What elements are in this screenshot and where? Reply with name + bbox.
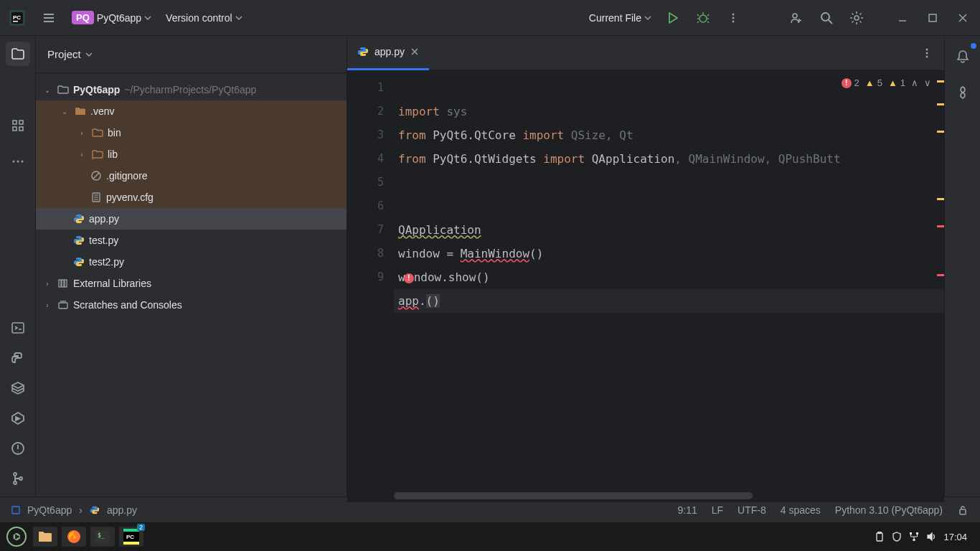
marker[interactable] (937, 198, 944, 200)
tree-external-libraries[interactable]: › External Libraries (36, 273, 347, 294)
line-number: 3 (347, 123, 384, 147)
taskbar-pycharm[interactable]: PC 2 (119, 527, 143, 547)
tree-item-label: app.py (89, 213, 119, 225)
inspection-bar[interactable]: !2 ▲5 ▲1 ∧ ∨ (842, 77, 931, 88)
line-number: 8 (347, 242, 384, 265)
marker[interactable] (937, 274, 944, 276)
workspace: Project ⌄ PyQt6app ~/PycharmProjects/PyQ… (0, 36, 980, 496)
prev-highlight-icon[interactable]: ∧ (911, 77, 918, 88)
debug-button[interactable] (690, 5, 716, 31)
project-tool-button[interactable] (6, 42, 30, 66)
python-file-icon (73, 213, 85, 225)
marker[interactable] (937, 80, 944, 83)
vcs-tool-button[interactable] (6, 466, 30, 491)
run-config-selector[interactable]: Current File (585, 9, 656, 27)
python-file-icon (90, 505, 100, 515)
python-console-tool-button[interactable] (6, 346, 30, 370)
pycharm-logo-icon[interactable]: PC (4, 5, 30, 31)
code-with-me-icon[interactable] (783, 5, 809, 31)
chevron-down-icon[interactable] (85, 51, 93, 58)
more-tools-icon[interactable] (6, 149, 30, 174)
status-position[interactable]: 9:11 (677, 504, 697, 516)
next-highlight-icon[interactable]: ∨ (924, 77, 931, 88)
settings-icon[interactable] (844, 5, 870, 31)
tree-lib[interactable]: › lib (36, 143, 347, 165)
status-line-separator[interactable]: LF (712, 504, 723, 516)
tree-root[interactable]: ⌄ PyQt6app ~/PycharmProjects/PyQt6app (36, 79, 347, 100)
window-maximize-button[interactable] (920, 5, 946, 31)
notifications-button[interactable] (951, 44, 975, 69)
svg-rect-13 (19, 121, 23, 124)
tree-venv[interactable]: ⌄ .venv (36, 100, 347, 122)
marker[interactable] (937, 103, 944, 105)
horizontal-scrollbar[interactable] (394, 492, 753, 499)
taskbar-firefox[interactable] (62, 527, 86, 547)
more-actions-icon[interactable] (720, 5, 746, 31)
gutter: 1 2 3 4 5 6 7 8 9 (347, 70, 394, 502)
run-button[interactable] (660, 5, 686, 31)
tree-item-label: .venv (90, 105, 114, 117)
code-content[interactable]: import sys from PyQt6.QtCore import QSiz… (394, 70, 944, 502)
tree-item-label: lib (108, 149, 118, 160)
readonly-lock-icon[interactable] (957, 504, 969, 516)
close-icon[interactable] (410, 47, 419, 56)
project-selector[interactable]: PQ PyQt6app (67, 8, 156, 27)
taskbar-files[interactable] (33, 527, 57, 547)
tree-app[interactable]: app.py (36, 208, 347, 230)
svg-rect-29 (59, 303, 67, 309)
main-menu-icon[interactable] (36, 5, 62, 31)
os-taskbar: ⌬ $_ PC 2 17:04 (0, 522, 980, 551)
tree-item-label: pyvenv.cfg (106, 192, 154, 203)
tree-test[interactable]: test.py (36, 230, 347, 251)
svg-point-30 (926, 48, 928, 50)
tree-bin[interactable]: › bin (36, 122, 347, 143)
svg-rect-11 (929, 14, 936, 22)
svg-point-17 (17, 161, 19, 163)
clipboard-icon[interactable] (875, 532, 885, 542)
search-everywhere-icon[interactable] (814, 5, 839, 31)
svg-point-16 (12, 161, 14, 163)
marker[interactable] (937, 131, 944, 133)
python-packages-tool-button[interactable] (6, 376, 30, 400)
status-indent[interactable]: 4 spaces (781, 504, 821, 516)
editor-tabs: app.py (347, 36, 944, 70)
terminal-tool-button[interactable] (6, 316, 30, 340)
status-encoding[interactable]: UTF-8 (738, 504, 766, 516)
ai-assistant-button[interactable] (951, 80, 975, 105)
taskbar-terminal[interactable]: $_ (90, 527, 115, 547)
file-icon (90, 192, 102, 203)
code-editor[interactable]: !2 ▲5 ▲1 ∧ ∨ 1 2 3 4 5 6 7 8 9 import sy… (347, 70, 944, 502)
network-icon[interactable] (909, 532, 919, 542)
volume-icon[interactable] (926, 532, 936, 542)
window-minimize-button[interactable] (890, 5, 915, 31)
breadcrumb-project[interactable]: PyQt6app (27, 504, 72, 516)
tab-app[interactable]: app.py (347, 36, 429, 70)
services-tool-button[interactable] (6, 406, 30, 430)
svg-point-31 (926, 52, 928, 54)
error-icon: ! (842, 78, 852, 88)
folder-icon (75, 105, 86, 117)
tree-pyvenv[interactable]: pyvenv.cfg (36, 187, 347, 208)
shield-icon[interactable] (892, 532, 902, 542)
problems-tool-button[interactable] (6, 436, 30, 461)
breadcrumb-file[interactable]: app.py (107, 504, 137, 516)
structure-tool-button[interactable] (6, 113, 30, 138)
scratches-icon (57, 299, 69, 311)
tree-item-label: test2.py (89, 256, 124, 268)
svg-rect-40 (123, 542, 139, 545)
editor-tabs-menu-icon[interactable] (921, 47, 944, 59)
svg-text:$_: $_ (98, 532, 105, 539)
os-clock[interactable]: 17:04 (943, 532, 967, 542)
os-start-menu[interactable]: ⌬ (4, 527, 29, 547)
status-interpreter[interactable]: Python 3.10 (PyQt6app) (835, 504, 943, 516)
folder-icon (92, 127, 103, 138)
tree-gitignore[interactable]: .gitignore (36, 165, 347, 187)
tree-test2[interactable]: test2.py (36, 251, 347, 273)
svg-point-9 (821, 13, 829, 21)
window-close-button[interactable] (950, 5, 976, 31)
vcs-menu[interactable]: Version control (161, 9, 247, 27)
tree-root-path: ~/PycharmProjects/PyQt6app (124, 84, 256, 95)
marker[interactable] (937, 225, 944, 227)
tree-root-name: PyQt6app (73, 84, 120, 95)
tree-scratches[interactable]: › Scratches and Consoles (36, 294, 347, 316)
